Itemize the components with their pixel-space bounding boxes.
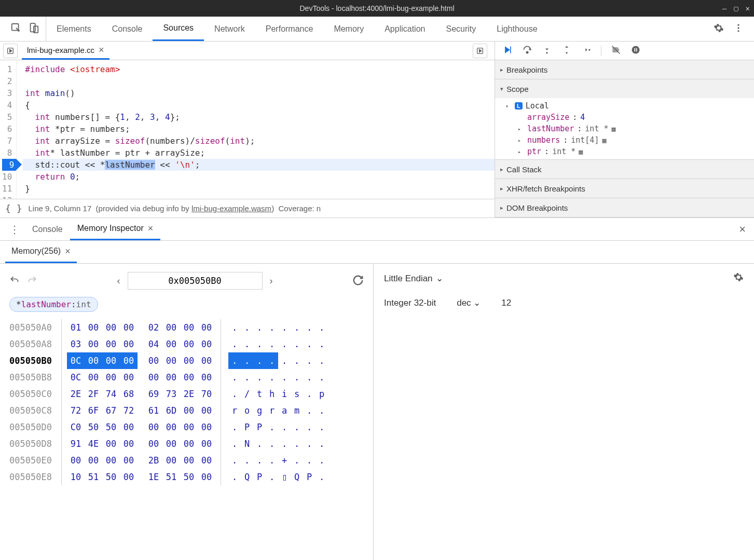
wasm-link[interactable]: lmi-bug-example.wasm [191, 204, 271, 213]
resume-icon[interactable] [502, 45, 513, 57]
next-icon[interactable]: › [268, 274, 275, 289]
tab-application[interactable]: Application [374, 17, 435, 41]
chevron-down-icon: ⌄ [436, 273, 443, 284]
svg-point-11 [566, 52, 567, 53]
svg-rect-1 [31, 23, 35, 32]
maximize-icon[interactable]: ▢ [734, 4, 738, 12]
main-tabs: ElementsConsoleSourcesNetworkPerformance… [0, 17, 754, 42]
step-out-icon[interactable] [561, 45, 572, 57]
dom-bp-section[interactable]: ▸DOM Breakpoints [495, 198, 754, 217]
scope-local[interactable]: ▾LLocal [495, 100, 754, 112]
tab-console[interactable]: Console [25, 218, 70, 240]
scope-var-lastNumber[interactable]: ▸lastNumber: int *▦ [495, 123, 754, 134]
svg-point-3 [737, 24, 739, 26]
step-into-icon[interactable] [542, 45, 552, 57]
prev-icon[interactable]: ‹ [115, 274, 122, 289]
redo-icon [27, 275, 37, 287]
svg-point-9 [526, 51, 528, 53]
status-line: { } Line 9, Column 17 (provided via debu… [0, 199, 495, 217]
device-icon[interactable] [28, 22, 39, 35]
callstack-section[interactable]: ▸Call Stack [495, 160, 754, 179]
settings-icon[interactable] [733, 272, 744, 285]
line-gutter[interactable]: 123456789101112 [0, 60, 17, 199]
svg-point-5 [737, 30, 739, 32]
close-icon[interactable]: × [65, 246, 71, 257]
inspect-icon[interactable] [10, 22, 22, 35]
value-display: 12 [501, 298, 511, 308]
file-tab-name: lmi-bug-example.cc [27, 46, 94, 54]
tab-lighthouse[interactable]: Lighthouse [486, 17, 547, 41]
cursor-pos: Line 9, Column 17 [29, 204, 92, 213]
format-icon[interactable]: { } [5, 203, 22, 214]
scope-var-ptr[interactable]: ▸ptr: int *▦ [495, 146, 754, 157]
debugger-toolbar [495, 42, 754, 60]
tab-elements[interactable]: Elements [46, 17, 102, 41]
tab-performance[interactable]: Performance [255, 17, 324, 41]
drawer-tabs: ⋮ Console Memory Inspector× × [0, 218, 754, 241]
breakpoints-section[interactable]: ▸Breakpoints [495, 60, 754, 79]
close-icon[interactable]: × [148, 223, 154, 234]
hex-viewer[interactable]: 005050A00100000002000000........005050A8… [9, 319, 364, 485]
chevron-down-icon: ⌄ [473, 298, 481, 308]
refresh-icon[interactable] [352, 275, 364, 288]
scope-var-numbers[interactable]: ▸numbers: int[4]▦ [495, 134, 754, 146]
memory-icon[interactable]: ▦ [612, 125, 616, 133]
memory-chip[interactable]: *lastNumber: int [9, 297, 98, 312]
tab-memory[interactable]: Memory [323, 17, 374, 41]
pause-exceptions-icon[interactable] [630, 45, 641, 57]
titlebar: DevTools - localhost:4000/lmi-bug-exampl… [0, 0, 754, 17]
svg-rect-8 [510, 46, 511, 53]
base-select[interactable]: dec ⌄ [457, 297, 481, 308]
minimize-icon[interactable]: — [722, 4, 726, 12]
undo-icon[interactable] [9, 275, 20, 287]
file-tab[interactable]: lmi-bug-example.cc × [22, 42, 109, 60]
window-title: DevTools - localhost:4000/lmi-bug-exampl… [299, 4, 454, 12]
close-icon[interactable]: × [99, 45, 104, 56]
svg-point-13 [632, 46, 640, 54]
svg-point-10 [546, 52, 547, 53]
address-input[interactable] [128, 272, 263, 290]
more-icon[interactable] [733, 23, 744, 35]
scope-var-arraySize[interactable]: arraySize: 4 [495, 112, 754, 123]
svg-rect-14 [635, 48, 636, 52]
endian-select[interactable]: Little Endian ⌄ [384, 273, 443, 284]
code-editor[interactable]: #include <iostream> int main(){ int numb… [17, 60, 495, 199]
svg-point-12 [588, 49, 590, 50]
tab-security[interactable]: Security [435, 17, 486, 41]
tab-memory-inspector[interactable]: Memory Inspector× [70, 218, 161, 240]
svg-rect-15 [636, 48, 637, 52]
debugger-icon[interactable] [473, 44, 487, 58]
memory-icon[interactable]: ▦ [579, 148, 583, 156]
close-drawer-icon[interactable]: × [735, 223, 750, 236]
xhr-bp-section[interactable]: ▸XHR/fetch Breakpoints [495, 179, 754, 198]
tab-sources[interactable]: Sources [153, 17, 204, 41]
tab-console[interactable]: Console [102, 17, 153, 41]
tab-network[interactable]: Network [204, 17, 255, 41]
memory-tab[interactable]: Memory(256)× [5, 241, 77, 263]
int-type-label: Integer 32-bit [384, 298, 436, 308]
close-icon[interactable]: ✕ [746, 4, 750, 12]
more-icon[interactable]: ⋮ [4, 223, 25, 236]
memory-icon[interactable]: ▦ [602, 136, 606, 144]
deactivate-bp-icon[interactable] [611, 45, 621, 57]
scope-section[interactable]: ▾Scope [495, 79, 754, 98]
step-over-icon[interactable] [522, 45, 532, 57]
step-icon[interactable] [581, 45, 592, 57]
svg-point-4 [737, 27, 739, 29]
settings-icon[interactable] [714, 23, 724, 35]
navigator-icon[interactable] [3, 44, 18, 58]
